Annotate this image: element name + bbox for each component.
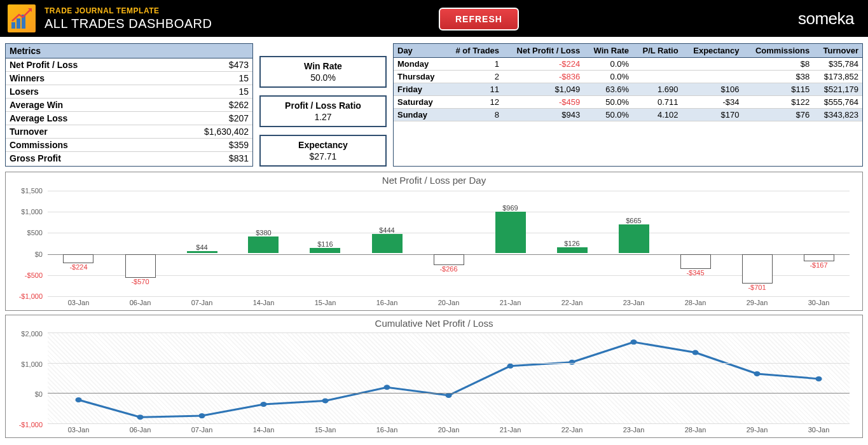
x-label: 03-Jan [68, 299, 90, 306]
table-cell: -$836 [503, 71, 584, 83]
table-cell: Saturday [394, 96, 444, 109]
bar-label: $969 [502, 204, 518, 212]
metric-value: $831 [229, 153, 249, 163]
x-label: 28-Jan [685, 299, 706, 306]
table-header: Commissions [743, 44, 814, 58]
table-cell: $1,049 [503, 83, 584, 96]
metric-label: Winners [10, 73, 45, 83]
y-tick: -$500 [25, 271, 43, 279]
table-header: # of Trades [444, 44, 503, 58]
kpi-label: Profit / Loss Ratio [263, 100, 383, 111]
x-label: 30-Jan [808, 299, 830, 306]
metric-row: Average Loss$207 [6, 112, 252, 125]
metric-label: Losers [10, 86, 39, 97]
table-cell: $106 [682, 83, 743, 96]
x-label: 23-Jan [623, 299, 645, 306]
bar-chart-panel: Net Profit / Loss per Day -$1,000-$500$0… [5, 172, 863, 311]
svg-point-4 [137, 414, 143, 420]
svg-point-15 [815, 376, 822, 381]
x-label: 28-Jan [685, 426, 706, 434]
bar-chart-title: Net Profit / Loss per Day [12, 175, 856, 186]
x-label: 07-Jan [191, 426, 213, 434]
table-cell: 0.0% [584, 58, 633, 71]
app-header: TRADE JOURNAL TEMPLATE ALL TRADES DASHBO… [0, 0, 868, 37]
bar-label: -$570 [131, 278, 149, 285]
svg-point-8 [383, 385, 390, 390]
table-cell: $115 [743, 83, 814, 96]
metrics-panel: Metrics Net Profit / Loss$473Winners15Lo… [5, 43, 253, 167]
kpi-value: $27.71 [263, 151, 383, 161]
svg-point-5 [198, 413, 205, 418]
table-cell: 8 [444, 109, 503, 121]
day-table: Day# of TradesNet Profit / LossWin RateP… [393, 43, 863, 167]
metric-row: Gross Profit$831 [6, 152, 252, 165]
kpi-value: 1.27 [263, 112, 383, 122]
kpi-column: Win Rate50.0%Profit / Loss Ratio1.27Expe… [259, 43, 387, 167]
metric-value: $262 [229, 100, 249, 110]
bar: -$167 [803, 254, 835, 269]
bar-label: -$224 [69, 263, 87, 271]
table-cell: $521,179 [813, 83, 862, 96]
table-cell: 1 [444, 58, 503, 71]
metric-label: Commissions [10, 140, 68, 150]
svg-point-7 [322, 398, 328, 403]
kpi-label: Win Rate [263, 61, 383, 71]
bar-label: $44 [196, 243, 207, 251]
table-cell: 50.0% [584, 96, 633, 109]
metric-value: $359 [229, 140, 249, 150]
bar-label: -$701 [748, 284, 766, 291]
table-cell: Monday [394, 58, 444, 71]
table-header: Expectancy [682, 44, 743, 58]
metric-row: Losers15 [6, 85, 252, 99]
metric-row: Commissions$359 [6, 139, 252, 152]
table-cell: $38 [743, 71, 814, 83]
kpi-label: Expectancy [263, 140, 383, 150]
y-tick: $1,000 [21, 360, 43, 368]
svg-point-3 [75, 397, 81, 402]
metric-label: Turnover [10, 127, 48, 137]
bar-label: $116 [317, 240, 333, 248]
table-cell: -$34 [682, 96, 743, 109]
metric-label: Gross Profit [10, 153, 61, 163]
x-label: 22-Jan [561, 426, 583, 434]
x-label: 06-Jan [130, 299, 151, 306]
x-label: 21-Jan [500, 299, 521, 306]
table-cell: Sunday [394, 109, 444, 121]
x-label: 15-Jan [315, 426, 336, 434]
x-label: 14-Jan [253, 426, 275, 434]
refresh-button[interactable]: REFRESH [439, 8, 519, 31]
bar: -$224 [62, 254, 94, 271]
svg-point-6 [260, 402, 266, 407]
bar: $380 [247, 229, 279, 252]
x-label: 16-Jan [376, 426, 398, 434]
table-cell: $8 [743, 58, 814, 71]
table-cell [633, 58, 682, 71]
table-cell: 2 [444, 71, 503, 83]
bar-label: -$167 [809, 261, 827, 269]
kpi-box: Expectancy$27.71 [259, 135, 387, 167]
y-tick: $2,000 [21, 330, 43, 338]
table-cell: $76 [743, 109, 814, 121]
table-cell: 0.0% [584, 71, 633, 83]
metric-value: 15 [238, 86, 249, 97]
page-title: ALL TRADES DASHBOARD [45, 17, 212, 31]
x-label: 03-Jan [68, 426, 90, 434]
table-header: Win Rate [584, 44, 633, 58]
table-cell: $35,784 [813, 58, 862, 71]
table-header: P/L Ratio [633, 44, 682, 58]
svg-point-12 [630, 339, 637, 345]
bar: -$570 [125, 254, 156, 286]
table-cell [633, 71, 682, 83]
x-label: 06-Jan [130, 426, 151, 434]
bar: -$345 [680, 254, 712, 277]
x-label: 21-Jan [500, 426, 521, 434]
x-label: 29-Jan [747, 426, 768, 434]
x-label: 14-Jan [253, 299, 275, 306]
x-label: 29-Jan [747, 299, 768, 306]
bar-label: $126 [564, 240, 579, 247]
table-cell: 11 [444, 83, 503, 96]
bar: $44 [186, 243, 218, 253]
bar: $665 [618, 217, 650, 252]
kpi-box: Profit / Loss Ratio1.27 [259, 95, 387, 127]
x-label: 22-Jan [561, 299, 583, 306]
